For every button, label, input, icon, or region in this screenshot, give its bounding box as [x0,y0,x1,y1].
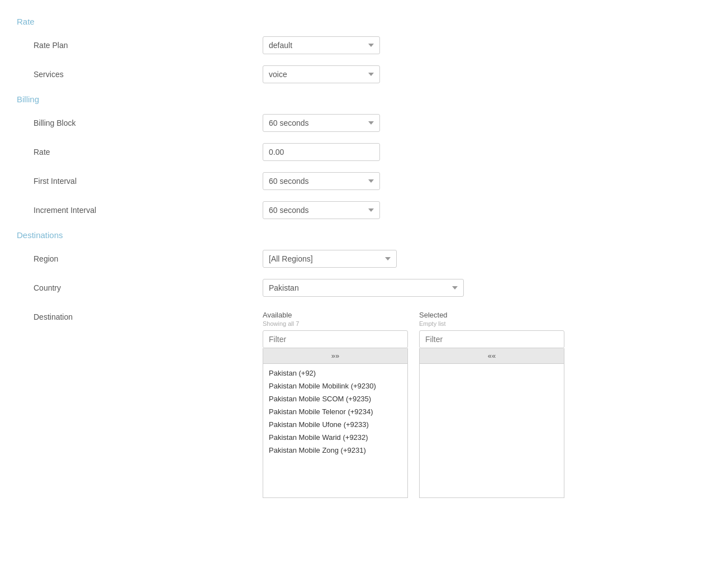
destination-row: Destination Available Showing all 7 »» P… [17,308,686,498]
region-row: Region [All Regions] Asia Europe America… [17,250,686,268]
selected-filter[interactable] [419,330,564,348]
rate-row: Rate 0.00 [17,143,686,161]
first-interval-control: 1 seconds 6 seconds 30 seconds 60 second… [263,172,380,190]
dual-list-container: Available Showing all 7 »» Pakistan (+92… [263,311,564,498]
destinations-section: Destinations Region [All Regions] Asia E… [17,230,686,498]
list-item[interactable]: Pakistan Mobile Mobilink (+9230) [263,380,407,392]
list-item[interactable]: Pakistan (+92) [263,367,407,380]
region-select[interactable]: [All Regions] Asia Europe Americas [263,250,397,268]
available-filter[interactable] [263,330,408,348]
rate-input-control: 0.00 [263,143,380,161]
services-select[interactable]: voice data sms [263,65,380,83]
list-item[interactable]: Pakistan Mobile SCOM (+9235) [263,392,407,405]
services-label: Services [17,70,263,79]
increment-interval-row: Increment Interval 1 seconds 6 seconds 3… [17,201,686,219]
billing-block-label: Billing Block [17,118,263,127]
rate-label: Rate [17,148,263,157]
list-item[interactable]: Pakistan Mobile Warid (+9232) [263,431,407,444]
available-list: Pakistan (+92) Pakistan Mobile Mobilink … [263,364,408,498]
services-control: voice data sms [263,65,380,83]
move-all-left-button[interactable]: «« [419,348,564,364]
rate-plan-row: Rate Plan default standard premium [17,36,686,54]
selected-subheader: Empty list [419,320,564,327]
selected-header: Selected [419,311,564,319]
country-select[interactable]: Pakistan India USA UK [263,279,464,297]
move-all-right-button[interactable]: »» [263,348,408,364]
billing-block-control: 1 seconds 6 seconds 30 seconds 60 second… [263,114,380,132]
list-item[interactable]: Pakistan Mobile Telenor (+9234) [263,405,407,418]
increment-interval-control: 1 seconds 6 seconds 30 seconds 60 second… [263,201,380,219]
country-control: Pakistan India USA UK [263,279,464,297]
available-header: Available [263,311,408,319]
selected-panel: Selected Empty list «« [419,311,564,498]
increment-interval-label: Increment Interval [17,206,263,215]
available-panel: Available Showing all 7 »» Pakistan (+92… [263,311,408,498]
region-label: Region [17,254,263,263]
country-row: Country Pakistan India USA UK [17,279,686,297]
rate-plan-control: default standard premium [263,36,380,54]
list-item[interactable]: Pakistan Mobile Zong (+9231) [263,444,407,457]
rate-section: Rate Rate Plan default standard premium … [17,17,686,83]
rate-input[interactable]: 0.00 [263,143,380,161]
billing-section: Billing Billing Block 1 seconds 6 second… [17,94,686,219]
rate-plan-select[interactable]: default standard premium [263,36,380,54]
available-subheader: Showing all 7 [263,320,408,327]
billing-section-title: Billing [17,94,686,104]
region-control: [All Regions] Asia Europe Americas [263,250,397,268]
list-item[interactable]: Pakistan Mobile Ufone (+9233) [263,418,407,431]
first-interval-label: First Interval [17,177,263,186]
increment-interval-select[interactable]: 1 seconds 6 seconds 30 seconds 60 second… [263,201,380,219]
services-row: Services voice data sms [17,65,686,83]
destinations-section-title: Destinations [17,230,686,240]
rate-plan-label: Rate Plan [17,41,263,50]
first-interval-select[interactable]: 1 seconds 6 seconds 30 seconds 60 second… [263,172,380,190]
destination-label: Destination [17,308,263,321]
first-interval-row: First Interval 1 seconds 6 seconds 30 se… [17,172,686,190]
billing-block-row: Billing Block 1 seconds 6 seconds 30 sec… [17,114,686,132]
country-label: Country [17,283,263,292]
billing-block-select[interactable]: 1 seconds 6 seconds 30 seconds 60 second… [263,114,380,132]
selected-list [419,364,564,498]
rate-section-title: Rate [17,17,686,26]
